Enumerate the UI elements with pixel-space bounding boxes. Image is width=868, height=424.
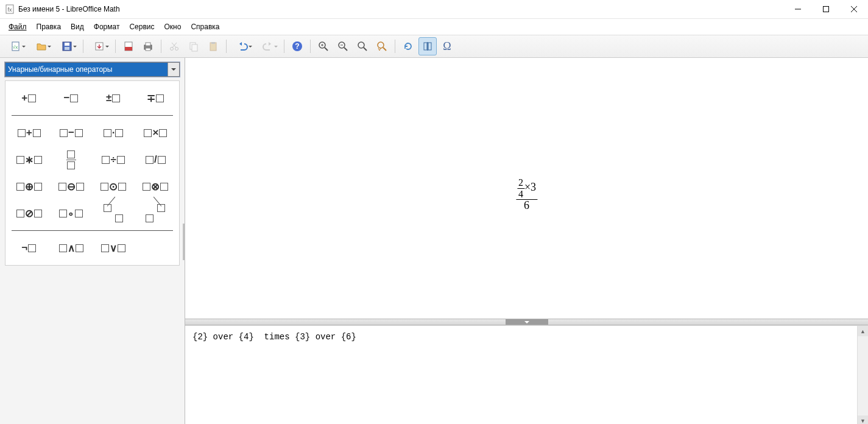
op-slash[interactable]: / bbox=[135, 147, 177, 172]
copy-button[interactable] bbox=[185, 37, 203, 55]
menu-file[interactable]: Файл bbox=[4, 21, 32, 32]
op-circ[interactable]: ∘ bbox=[50, 201, 92, 225]
op-cdot[interactable]: · bbox=[93, 121, 135, 145]
zoom-fit-button[interactable] bbox=[373, 37, 391, 55]
elements-sidebar: Унарные/бинарные операторы + − ± ∓ + − ·… bbox=[0, 58, 185, 424]
toolbar: √x ? Ω bbox=[0, 35, 868, 58]
command-input[interactable] bbox=[191, 331, 864, 423]
svg-text:fx: fx bbox=[7, 7, 12, 13]
rendered-formula: 2 4 ×3 6 bbox=[516, 177, 537, 212]
op-wideslash[interactable] bbox=[93, 201, 135, 225]
zoom-100-button[interactable] bbox=[353, 37, 372, 55]
op-div[interactable]: ÷ bbox=[93, 147, 135, 172]
op-plusminus-unary[interactable]: ± bbox=[93, 86, 135, 110]
svg-point-34 bbox=[358, 42, 364, 48]
export-button[interactable] bbox=[87, 37, 111, 55]
undo-button[interactable] bbox=[230, 37, 255, 55]
category-combo[interactable]: Унарные/бинарные операторы bbox=[5, 62, 180, 77]
close-button[interactable] bbox=[840, 0, 868, 18]
svg-point-17 bbox=[171, 48, 174, 51]
op-ast[interactable]: ∗ bbox=[8, 147, 50, 172]
new-button[interactable]: √x bbox=[4, 37, 28, 55]
op-times[interactable]: × bbox=[135, 121, 177, 145]
op-otimes[interactable]: ⊗ bbox=[135, 174, 177, 199]
zoom-in-button[interactable] bbox=[314, 37, 333, 55]
op-widebslash[interactable] bbox=[135, 201, 177, 225]
titlebar: fx Без имени 5 - LibreOffice Math bbox=[0, 0, 868, 19]
op-plus[interactable]: + bbox=[8, 121, 50, 145]
svg-line-37 bbox=[383, 48, 386, 51]
refresh-button[interactable] bbox=[399, 37, 417, 55]
svg-rect-3 bbox=[824, 7, 829, 12]
op-ominus[interactable]: ⊖ bbox=[50, 174, 92, 199]
menu-edit[interactable]: Правка bbox=[32, 21, 66, 32]
paste-button[interactable] bbox=[204, 37, 222, 55]
app-icon: fx bbox=[5, 4, 15, 14]
menu-format[interactable]: Формат bbox=[89, 21, 125, 32]
svg-rect-13 bbox=[125, 47, 132, 51]
svg-text:Ω: Ω bbox=[443, 40, 451, 52]
cut-button[interactable] bbox=[165, 37, 183, 55]
svg-point-36 bbox=[378, 42, 384, 48]
svg-line-28 bbox=[325, 48, 328, 51]
svg-rect-24 bbox=[211, 42, 215, 44]
editor-scrollbar[interactable]: ▲ ▼ bbox=[857, 326, 868, 424]
op-odot[interactable]: ⊙ bbox=[93, 174, 135, 199]
formula-preview[interactable]: 2 4 ×3 6 bbox=[185, 58, 868, 319]
maximize-button[interactable] bbox=[812, 0, 840, 18]
category-combo-label: Унарные/бинарные операторы bbox=[8, 65, 112, 74]
scroll-up-icon[interactable]: ▲ bbox=[858, 326, 868, 336]
menubar: Файл Правка Вид Формат Сервис Окно Справ… bbox=[0, 19, 868, 35]
zoom-out-button[interactable] bbox=[334, 37, 352, 55]
redo-button[interactable] bbox=[256, 37, 280, 55]
svg-rect-38 bbox=[424, 43, 427, 50]
op-or[interactable]: ∨ bbox=[93, 236, 135, 260]
svg-rect-10 bbox=[65, 47, 69, 50]
splitter-grip-icon bbox=[506, 319, 548, 325]
svg-line-32 bbox=[344, 48, 347, 51]
op-minus-unary[interactable]: − bbox=[50, 86, 92, 110]
svg-rect-16 bbox=[146, 48, 150, 51]
op-minus[interactable]: − bbox=[50, 121, 92, 145]
svg-text:√x: √x bbox=[13, 44, 18, 50]
op-neg[interactable]: ¬ bbox=[8, 236, 50, 260]
open-button[interactable] bbox=[29, 37, 54, 55]
op-minusplus-unary[interactable]: ∓ bbox=[135, 86, 177, 110]
svg-text:?: ? bbox=[295, 42, 299, 51]
op-and[interactable]: ∧ bbox=[50, 236, 92, 260]
horizontal-splitter[interactable] bbox=[185, 319, 868, 325]
svg-rect-22 bbox=[192, 44, 197, 51]
op-frac[interactable] bbox=[50, 147, 92, 172]
command-editor: ▲ ▼ bbox=[185, 325, 868, 424]
op-oplus[interactable]: ⊕ bbox=[8, 174, 50, 199]
minimize-button[interactable] bbox=[784, 0, 812, 18]
elements-panel: + − ± ∓ + − · × ∗ ÷ / ⊕ ⊖ ⊙ ⊗ bbox=[5, 80, 180, 266]
menu-help[interactable]: Справка bbox=[186, 21, 224, 32]
svg-rect-9 bbox=[65, 43, 69, 46]
help-button[interactable]: ? bbox=[288, 37, 306, 55]
svg-rect-15 bbox=[146, 43, 150, 46]
menu-window[interactable]: Окно bbox=[160, 21, 186, 32]
save-button[interactable] bbox=[55, 37, 79, 55]
formula-cursor-button[interactable] bbox=[418, 37, 437, 55]
print-button[interactable] bbox=[139, 37, 157, 55]
window-title: Без имени 5 - LibreOffice Math bbox=[18, 5, 120, 13]
svg-line-19 bbox=[172, 43, 177, 48]
symbols-button[interactable]: Ω bbox=[438, 37, 456, 55]
op-oslash[interactable]: ⊘ bbox=[8, 201, 50, 225]
chevron-down-icon[interactable] bbox=[168, 63, 179, 76]
menu-view[interactable]: Вид bbox=[66, 21, 89, 32]
svg-rect-39 bbox=[428, 43, 431, 50]
svg-line-35 bbox=[364, 48, 367, 51]
svg-point-18 bbox=[175, 48, 178, 51]
svg-line-20 bbox=[172, 43, 176, 48]
export-pdf-button[interactable] bbox=[119, 37, 138, 55]
scroll-down-icon[interactable]: ▼ bbox=[858, 415, 868, 424]
op-plus-unary[interactable]: + bbox=[8, 86, 50, 110]
menu-service[interactable]: Сервис bbox=[124, 21, 159, 32]
